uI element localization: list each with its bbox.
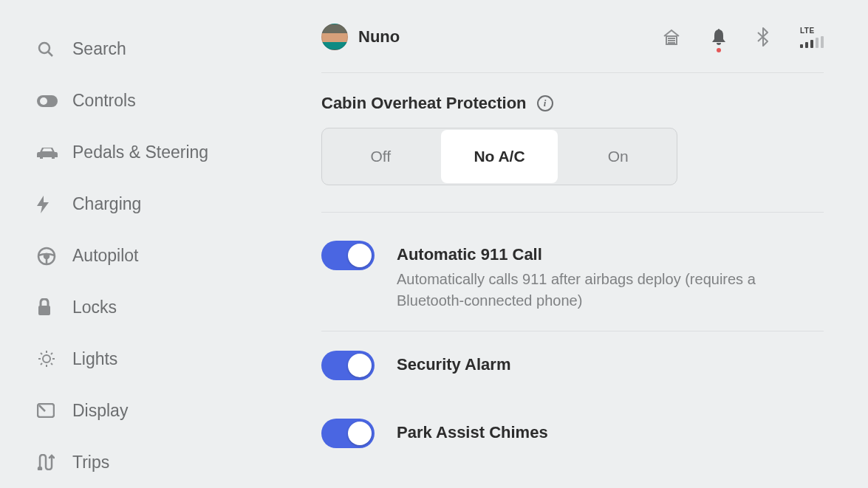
sidebar-item-controls[interactable]: Controls	[37, 75, 270, 127]
sidebar-item-autopilot[interactable]: Autopilot	[37, 230, 270, 282]
sidebar-item-trips[interactable]: Trips	[37, 436, 270, 488]
steering-wheel-icon	[37, 247, 72, 266]
homelink-icon[interactable]	[663, 29, 680, 45]
lock-icon	[37, 298, 72, 316]
toggles-section: Automatic 911 Call Automatically calls 9…	[321, 213, 824, 456]
bluetooth-icon[interactable]	[757, 27, 769, 47]
segment-no-ac[interactable]: No A/C	[441, 130, 558, 183]
sidebar-item-label: Controls	[72, 91, 136, 111]
sidebar: Search Controls Pedals & Steering Chargi…	[0, 0, 292, 488]
signal-indicator[interactable]: LTE	[800, 27, 824, 48]
svg-point-3	[40, 97, 47, 105]
toggle-title: Park Assist Chimes	[397, 423, 548, 442]
main-panel: Nuno LTE Cabin Overheat Protect	[292, 0, 868, 488]
setting-cabin-overheat: Cabin Overheat Protection i Off No A/C O…	[321, 73, 824, 212]
sidebar-item-label: Charging	[72, 194, 141, 214]
toggle-title: Security Alarm	[397, 355, 510, 374]
sidebar-item-display[interactable]: Display	[37, 385, 270, 436]
svg-line-14	[51, 363, 52, 365]
svg-point-8	[43, 355, 50, 362]
svg-rect-7	[38, 306, 50, 315]
sidebar-item-locks[interactable]: Locks	[37, 281, 270, 333]
avatar	[321, 24, 348, 50]
svg-point-19	[38, 467, 41, 470]
notification-dot	[717, 48, 721, 52]
lights-icon	[37, 351, 72, 367]
profile-selector[interactable]: Nuno	[321, 24, 400, 50]
svg-line-13	[41, 353, 42, 354]
setting-park-assist: Park Assist Chimes	[321, 399, 824, 456]
toggle-description: Automatically calls 911 after airbags de…	[397, 269, 810, 312]
svg-line-18	[39, 405, 45, 411]
sidebar-item-charging[interactable]: Charging	[37, 179, 270, 230]
search-icon	[37, 41, 72, 58]
toggle-title: Automatic 911 Call	[397, 245, 810, 264]
setting-auto-911: Automatic 911 Call Automatically calls 9…	[321, 221, 824, 331]
sidebar-item-label: Lights	[72, 349, 117, 369]
setting-title: Cabin Overheat Protection	[321, 94, 527, 113]
cabin-overheat-segment: Off No A/C On	[321, 128, 677, 185]
segment-on[interactable]: On	[559, 128, 677, 185]
sidebar-item-label: Search	[72, 39, 126, 59]
toggle-park-assist[interactable]	[321, 419, 375, 448]
sidebar-item-label: Pedals & Steering	[72, 142, 208, 162]
sidebar-item-label: Trips	[72, 453, 109, 472]
topbar: Nuno LTE	[321, 19, 824, 55]
sidebar-item-label: Locks	[72, 298, 117, 317]
bolt-icon	[37, 196, 72, 213]
svg-line-15	[41, 363, 42, 365]
car-icon	[37, 146, 72, 159]
sidebar-item-lights[interactable]: Lights	[37, 333, 270, 385]
svg-line-16	[51, 353, 52, 354]
status-icons: LTE	[663, 27, 824, 48]
toggle-auto-911[interactable]	[321, 241, 375, 270]
trips-icon	[37, 454, 72, 470]
setting-security-alarm: Security Alarm	[321, 331, 824, 399]
sidebar-item-pedals-steering[interactable]: Pedals & Steering	[37, 127, 270, 179]
signal-label: LTE	[800, 27, 815, 35]
profile-name: Nuno	[358, 27, 400, 47]
sidebar-item-label: Autopilot	[72, 246, 139, 266]
sidebar-item-label: Display	[72, 401, 128, 421]
info-icon[interactable]: i	[537, 95, 553, 111]
sidebar-item-search[interactable]: Search	[37, 24, 270, 75]
display-icon	[37, 403, 72, 418]
notifications-icon[interactable]	[711, 29, 726, 45]
segment-off[interactable]: Off	[322, 128, 440, 185]
signal-bars-icon	[800, 36, 824, 48]
svg-line-1	[49, 52, 53, 56]
toggle-icon	[37, 95, 72, 107]
svg-point-0	[39, 43, 49, 53]
toggle-security-alarm[interactable]	[321, 351, 375, 380]
